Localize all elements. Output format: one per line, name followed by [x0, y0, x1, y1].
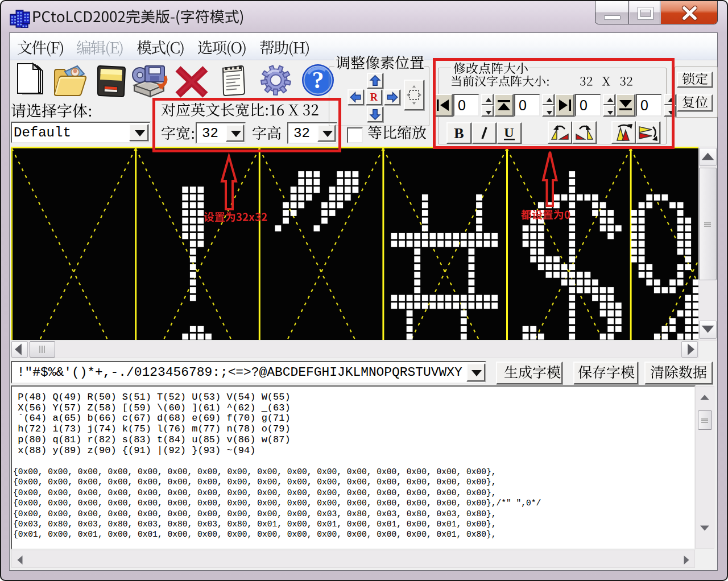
svg-text:?: ?: [312, 67, 324, 93]
svg-text:R: R: [370, 92, 378, 103]
